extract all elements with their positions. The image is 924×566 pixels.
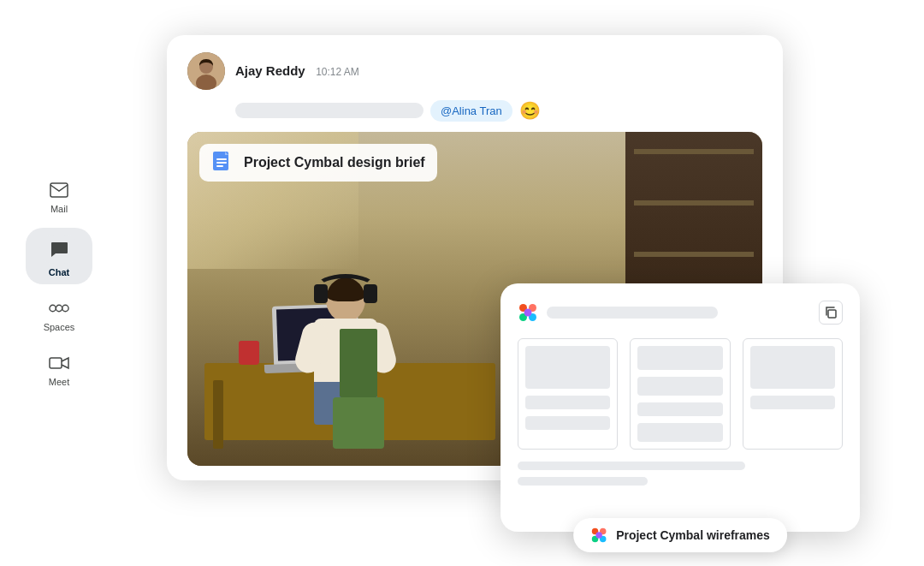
figma-label-text: Project Cymbal wireframes — [616, 528, 770, 542]
figma-pill-logo — [590, 527, 607, 544]
figma-logo-icon — [518, 302, 538, 323]
wireframe-footer — [518, 462, 843, 486]
wireframe-block — [637, 423, 722, 442]
message-time: 10:12 AM — [316, 66, 359, 78]
sidebar-label-spaces: Spaces — [44, 322, 75, 332]
svg-rect-17 — [524, 308, 532, 316]
sidebar-item-meet[interactable]: Meet — [28, 346, 90, 394]
svg-rect-4 — [50, 358, 62, 368]
message-bubble-row: @Alina Tran 😊 — [167, 100, 783, 132]
wireframe-block — [637, 377, 722, 396]
wireframe-block — [525, 346, 610, 389]
svg-rect-23 — [595, 532, 602, 539]
wireframe-block — [750, 346, 835, 389]
doc-card-header: Project Cymbal design brief — [199, 144, 437, 182]
headphone-left — [314, 284, 328, 303]
message-bubble — [235, 103, 424, 118]
mention-tag[interactable]: @Alina Tran — [430, 100, 512, 122]
table-leg-1 — [213, 380, 223, 449]
main-container: Mail Chat Spaces — [0, 0, 924, 566]
mail-icon — [49, 180, 69, 200]
chair-seat — [333, 397, 384, 449]
wireframe-grid — [518, 338, 843, 450]
wireframe-block — [637, 402, 722, 416]
wireframe-col-3 — [743, 338, 843, 450]
shelf-3 — [634, 252, 754, 257]
svg-rect-12 — [216, 165, 223, 167]
sidebar-item-chat[interactable]: Chat — [26, 228, 92, 284]
sidebar-label-chat: Chat — [49, 267, 69, 277]
spaces-icon — [49, 298, 69, 319]
content-area: Ajay Reddy 10:12 AM @Alina Tran 😊 — [133, 35, 860, 532]
sender-info: Ajay Reddy 10:12 AM — [235, 63, 359, 79]
meet-icon — [49, 353, 69, 373]
svg-point-1 — [50, 305, 56, 311]
footer-bar — [518, 462, 745, 470]
figma-bar-row — [518, 302, 718, 323]
figma-label-pill: Project Cymbal wireframes — [573, 518, 787, 552]
wireframe-col-1 — [518, 338, 618, 450]
sender-name: Ajay Reddy — [235, 63, 305, 78]
chair-back — [340, 329, 377, 397]
chat-icon-bubble — [39, 235, 79, 264]
red-mug — [239, 341, 259, 365]
doc-title: Project Cymbal design brief — [244, 155, 425, 170]
sidebar: Mail Chat Spaces — [26, 173, 92, 394]
headphone-right — [364, 284, 377, 303]
svg-rect-11 — [216, 162, 227, 164]
svg-rect-10 — [216, 158, 227, 160]
sidebar-label-meet: Meet — [49, 377, 69, 387]
message-header: Ajay Reddy 10:12 AM — [167, 35, 783, 100]
svg-point-3 — [62, 305, 68, 311]
shelf-2 — [634, 200, 754, 206]
copy-icon[interactable] — [819, 301, 843, 325]
figma-card-header — [518, 301, 843, 325]
svg-point-2 — [56, 305, 62, 311]
sidebar-label-mail: Mail — [50, 204, 68, 214]
sidebar-item-spaces[interactable]: Spaces — [28, 291, 90, 339]
emoji: 😊 — [519, 100, 541, 121]
svg-rect-18 — [828, 310, 836, 318]
google-docs-icon — [211, 151, 235, 175]
sidebar-item-mail[interactable]: Mail — [28, 173, 90, 221]
wireframe-block — [525, 416, 610, 430]
figma-card[interactable]: Project Cymbal wireframes — [500, 283, 860, 532]
footer-bar — [518, 477, 648, 486]
avatar — [187, 52, 225, 90]
wireframe-col-2 — [630, 338, 730, 450]
shelf-1 — [634, 149, 754, 154]
wireframe-block — [525, 396, 610, 409]
wireframe-block — [637, 346, 722, 370]
svg-rect-0 — [50, 183, 68, 197]
wireframe-block — [750, 396, 835, 409]
figma-url-bar — [547, 307, 718, 319]
